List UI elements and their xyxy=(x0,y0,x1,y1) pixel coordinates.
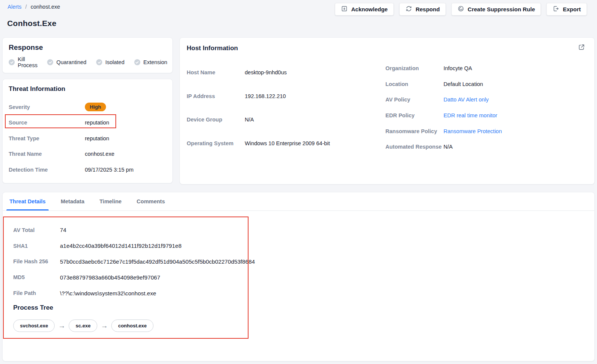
host-info-right-column: Organization Infocyte QA Location Defaul… xyxy=(385,65,502,160)
process-node-svchost[interactable]: svchost.exe xyxy=(13,319,55,332)
host-name-value: desktop-9nhd0us xyxy=(245,69,287,75)
response-action-label: Extension xyxy=(143,59,167,65)
file-hash-256-value: 57b0ccd3aebc6c7126e7c19f5dac492df51d904a… xyxy=(60,258,255,265)
file-path-value: \??\c:\windows\system32\conhost.exe xyxy=(60,290,156,296)
source-label: Source xyxy=(9,120,85,126)
severity-label: Severity xyxy=(9,104,85,110)
detection-time-label: Detection Time xyxy=(9,167,85,173)
response-quarantined: Quarantined xyxy=(47,59,86,65)
check-circle-icon xyxy=(134,59,140,65)
device-group-row: Device Group N/A xyxy=(187,117,330,140)
response-card-title: Response xyxy=(9,43,166,52)
location-label: Location xyxy=(385,81,444,87)
page-title: Conhost.Exe xyxy=(7,19,57,28)
detection-time-row: Detection Time 09/17/2025 3:15 pm xyxy=(9,162,166,178)
operating-system-label: Operating System xyxy=(187,140,245,146)
threat-details-card: Threat Details Metadata Timeline Comment… xyxy=(2,192,595,361)
severity-row: Severity High xyxy=(9,99,166,115)
host-info-left-column: Host Name desktop-9nhd0us IP Address 192… xyxy=(187,69,330,164)
breadcrumb-separator: / xyxy=(25,4,27,10)
ip-address-row: IP Address 192.168.122.210 xyxy=(187,93,330,117)
detection-time-value: 09/17/2025 3:15 pm xyxy=(85,167,134,173)
create-suppression-rule-button-label: Create Suppression Rule xyxy=(468,6,535,12)
file-hash-256-row: File Hash 256 57b0ccd3aebc6c7126e7c19f5d… xyxy=(13,254,255,270)
sha1-row: SHA1 a1e4b2cc40a39bf64012d1411f92b12d1f9… xyxy=(13,238,255,254)
threat-name-label: Threat Name xyxy=(9,151,85,157)
response-action-label: Quarantined xyxy=(56,59,86,65)
organization-label: Organization xyxy=(385,65,444,71)
tab-threat-details[interactable]: Threat Details xyxy=(9,192,46,210)
respond-button-label: Respond xyxy=(416,6,440,12)
av-policy-link[interactable]: Datto AV Alert only xyxy=(444,97,489,103)
ransomware-policy-row: Ransomware Policy Ransomware Protection xyxy=(385,128,502,144)
external-link-icon[interactable] xyxy=(578,43,586,52)
device-group-value: N/A xyxy=(245,117,254,123)
threat-information-title: Threat Information xyxy=(9,85,166,93)
check-circle-icon xyxy=(96,59,102,65)
response-extension: Extension xyxy=(134,59,167,65)
ip-address-value: 192.168.122.210 xyxy=(245,93,286,99)
acknowledge-button[interactable]: Acknowledge xyxy=(335,3,394,15)
acknowledge-icon xyxy=(341,5,348,13)
arrow-right-icon: → xyxy=(101,322,108,330)
ransomware-policy-label: Ransomware Policy xyxy=(385,128,444,134)
location-value: Default Location xyxy=(444,81,483,87)
export-icon xyxy=(552,5,559,13)
alert-detail-page: Alerts / conhost.exe Conhost.Exe Acknowl… xyxy=(0,0,597,364)
tab-timeline[interactable]: Timeline xyxy=(99,192,123,210)
av-total-row: AV Total 74 xyxy=(13,222,255,238)
source-value: reputation xyxy=(85,120,109,126)
host-name-row: Host Name desktop-9nhd0us xyxy=(187,69,330,93)
response-kill-process: Kill Process xyxy=(9,56,37,68)
threat-information-card: Threat Information Severity High Source … xyxy=(2,79,173,183)
suppression-icon xyxy=(457,5,464,13)
respond-button[interactable]: Respond xyxy=(399,3,446,15)
process-tree-title: Process Tree xyxy=(13,304,53,312)
av-policy-row: AV Policy Datto AV Alert only xyxy=(385,97,502,112)
threat-information-rows: Severity High Source reputation Threat T… xyxy=(9,99,166,178)
create-suppression-rule-button[interactable]: Create Suppression Rule xyxy=(451,3,541,15)
edr-policy-row: EDR Policy EDR real time monitor xyxy=(385,112,502,128)
ransomware-policy-link[interactable]: Ransomware Protection xyxy=(444,128,502,134)
device-group-label: Device Group xyxy=(187,117,245,123)
respond-icon xyxy=(405,5,412,13)
source-row: Source reputation xyxy=(9,115,166,131)
tab-metadata[interactable]: Metadata xyxy=(60,192,85,210)
md5-row: MD5 073e88797983a660b454098e9ef97067 xyxy=(13,269,255,285)
sha1-label: SHA1 xyxy=(13,243,60,249)
tab-comments[interactable]: Comments xyxy=(136,192,166,210)
arrow-right-icon: → xyxy=(58,322,65,330)
response-action-label: Kill Process xyxy=(18,56,37,68)
operating-system-row: Operating System Windows 10 Enterprise 2… xyxy=(187,140,330,164)
toolbar: Acknowledge Respond Create Suppression R… xyxy=(335,3,587,15)
operating-system-value: Windows 10 Enterprise 2009 64-bit xyxy=(245,140,330,146)
export-button[interactable]: Export xyxy=(546,3,587,15)
threat-name-value: conhost.exe xyxy=(85,151,114,157)
md5-value: 073e88797983a660b454098e9ef97067 xyxy=(60,274,160,281)
av-total-label: AV Total xyxy=(13,227,60,233)
automated-response-label: Automated Response xyxy=(385,144,444,150)
process-node-conhost[interactable]: conhost.exe xyxy=(111,319,153,332)
breadcrumb: Alerts / conhost.exe xyxy=(8,4,60,10)
threat-details-rows: AV Total 74 SHA1 a1e4b2cc40a39bf64012d14… xyxy=(13,222,255,301)
file-hash-256-label: File Hash 256 xyxy=(13,258,60,264)
automated-response-value: N/A xyxy=(444,144,453,150)
response-card: Response Kill Process Quarantined Isolat… xyxy=(2,37,173,73)
file-path-label: File Path xyxy=(13,290,60,296)
md5-label: MD5 xyxy=(13,274,60,280)
threat-type-label: Threat Type xyxy=(9,135,85,141)
process-tree: svchost.exe → sc.exe → conhost.exe xyxy=(13,319,153,332)
organization-row: Organization Infocyte QA xyxy=(385,65,502,81)
edr-policy-link[interactable]: EDR real time monitor xyxy=(444,112,497,118)
check-circle-icon xyxy=(47,59,53,65)
export-button-label: Export xyxy=(563,6,581,12)
organization-value: Infocyte QA xyxy=(444,65,472,71)
automated-response-row: Automated Response N/A xyxy=(385,144,502,160)
file-path-row: File Path \??\c:\windows\system32\conhos… xyxy=(13,285,255,301)
breadcrumb-alerts-link[interactable]: Alerts xyxy=(8,4,21,10)
response-action-label: Isolated xyxy=(105,59,124,65)
breadcrumb-current: conhost.exe xyxy=(31,4,60,10)
process-node-sc[interactable]: sc.exe xyxy=(69,319,97,332)
edr-policy-label: EDR Policy xyxy=(385,112,444,118)
av-total-value: 74 xyxy=(60,227,66,233)
